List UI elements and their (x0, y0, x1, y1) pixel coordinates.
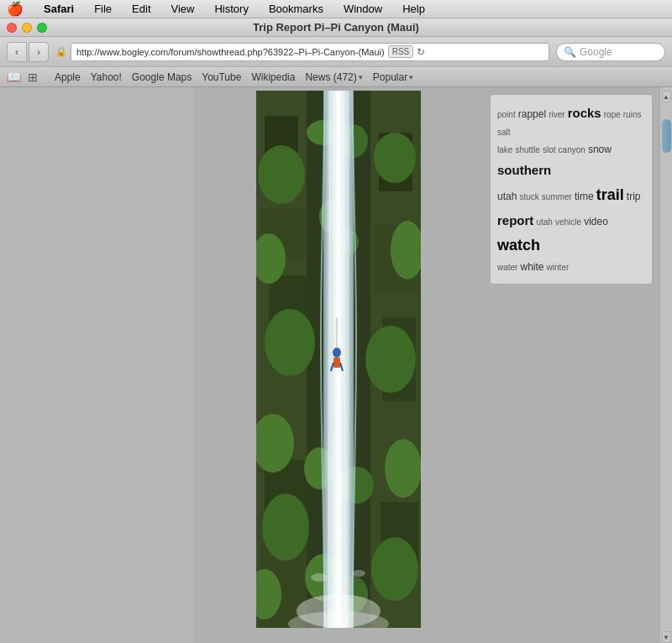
menu-help[interactable]: Help (399, 3, 428, 15)
tag-summer[interactable]: summer (542, 192, 572, 201)
reader-icon[interactable]: 📖 (7, 71, 21, 84)
tag-white[interactable]: white (521, 261, 544, 273)
tag-shuttle[interactable]: shuttle (515, 145, 539, 154)
news-chevron-icon: ▾ (359, 73, 363, 81)
tag-rope[interactable]: rope (604, 110, 621, 119)
nav-buttons: ‹ › (7, 42, 49, 62)
close-button[interactable] (7, 23, 17, 33)
bm-yahoo[interactable]: Yahoo! (91, 71, 122, 83)
lock-icon: 🔒 (55, 46, 67, 57)
tag-cloud: point rappel river rocks rope ruins salt… (490, 94, 653, 285)
bm-news[interactable]: News (472) ▾ (305, 71, 362, 83)
bm-icons: 📖 ⊞ (7, 71, 38, 84)
tag-stuck[interactable]: stuck (519, 192, 538, 201)
tag-trip[interactable]: trip (627, 191, 641, 202)
tag-winter[interactable]: winter (547, 263, 570, 272)
window-title: Trip Report Pi–Pi Canyon (Maui) (253, 21, 419, 34)
menu-edit[interactable]: Edit (129, 3, 154, 15)
tag-river[interactable]: river (549, 110, 564, 119)
bm-popular-label: Popular (373, 71, 407, 83)
scrollbar-thumb[interactable] (662, 119, 671, 153)
back-button[interactable]: ‹ (7, 42, 27, 62)
tag-ruins[interactable]: ruins (623, 110, 642, 119)
tag-video[interactable]: video (584, 216, 608, 227)
search-placeholder: Google (580, 46, 612, 58)
menu-view[interactable]: View (168, 3, 198, 15)
tag-snow[interactable]: snow (588, 144, 612, 155)
bookmarks-bar: 📖 ⊞ Apple Yahoo! Google Maps YouTube Wik… (0, 67, 672, 87)
svg-point-45 (311, 573, 328, 582)
address-bar[interactable]: http://www.bogley.com/forum/showthread.p… (71, 43, 549, 61)
rss-badge[interactable]: RSS (388, 45, 414, 58)
maximize-button[interactable] (37, 23, 47, 33)
titlebar: Trip Report Pi–Pi Canyon (Maui) (0, 18, 672, 37)
svg-point-24 (371, 537, 418, 601)
minimize-button[interactable] (22, 23, 32, 33)
tag-salt[interactable]: salt (497, 128, 511, 137)
bm-googlemaps[interactable]: Google Maps (132, 71, 192, 83)
tag-slot[interactable]: slot (543, 145, 556, 154)
svg-point-22 (365, 326, 416, 393)
search-bar[interactable]: 🔍 Google (556, 43, 665, 61)
bm-wikipedia[interactable]: Wikipedia (251, 71, 295, 83)
tag-southern[interactable]: southern (497, 163, 551, 177)
svg-point-16 (265, 309, 315, 376)
svg-rect-39 (333, 358, 340, 368)
center-content (193, 87, 483, 643)
menu-history[interactable]: History (211, 3, 251, 15)
tag-trail[interactable]: trail (596, 186, 624, 203)
menu-file[interactable]: File (91, 3, 115, 15)
bm-youtube[interactable]: YouTube (202, 71, 241, 83)
svg-point-20 (374, 133, 416, 183)
tag-watch[interactable]: watch (497, 237, 540, 254)
tag-water[interactable]: water (497, 263, 517, 272)
scrollbar[interactable]: ▲ ▼ (659, 87, 672, 643)
search-icon: 🔍 (564, 46, 576, 58)
tag-point[interactable]: point (497, 110, 516, 119)
bm-news-label: News (472) (305, 71, 356, 83)
menu-bookmarks[interactable]: Bookmarks (265, 3, 327, 15)
grid-icon[interactable]: ⊞ (28, 71, 38, 84)
tag-rappel[interactable]: rappel (518, 108, 546, 120)
tag-vehicle[interactable]: vehicle (555, 217, 581, 227)
menubar: 🍎 Safari File Edit View History Bookmark… (0, 0, 672, 18)
svg-point-38 (333, 348, 341, 358)
tag-report[interactable]: report (497, 213, 533, 227)
tag-time[interactable]: time (575, 191, 594, 202)
reload-icon[interactable]: ↻ (417, 46, 425, 58)
bm-popular[interactable]: Popular ▾ (373, 71, 413, 83)
address-area: 🔒 http://www.bogley.com/forum/showthread… (55, 43, 549, 61)
left-panel (0, 87, 193, 643)
address-text: http://www.bogley.com/forum/showthread.p… (76, 47, 385, 57)
menu-safari[interactable]: Safari (40, 3, 77, 15)
tag-rocks[interactable]: rocks (568, 106, 601, 120)
scroll-down-arrow[interactable]: ▼ (662, 631, 671, 643)
svg-point-23 (385, 439, 421, 498)
main-area: point rappel river rocks rope ruins salt… (0, 87, 672, 643)
tag-lake[interactable]: lake (497, 145, 512, 154)
apple-menu[interactable]: 🍎 (7, 1, 24, 17)
tag-utah2[interactable]: utah (536, 217, 552, 227)
tag-utah[interactable]: utah (497, 191, 517, 202)
traffic-lights (7, 23, 47, 33)
toolbar: ‹ › 🔒 http://www.bogley.com/forum/showth… (0, 37, 672, 67)
waterfall-image (256, 91, 421, 628)
svg-point-46 (352, 570, 365, 577)
scroll-up-arrow[interactable]: ▲ (662, 91, 671, 102)
forward-button[interactable]: › (29, 42, 49, 62)
svg-point-14 (258, 145, 305, 204)
tag-canyon[interactable]: canyon (559, 145, 585, 154)
popular-chevron-icon: ▾ (409, 73, 413, 81)
svg-point-18 (262, 494, 309, 561)
bm-apple[interactable]: Apple (55, 71, 81, 83)
right-panel: point rappel river rocks rope ruins salt… (483, 87, 659, 643)
menu-window[interactable]: Window (340, 3, 386, 15)
